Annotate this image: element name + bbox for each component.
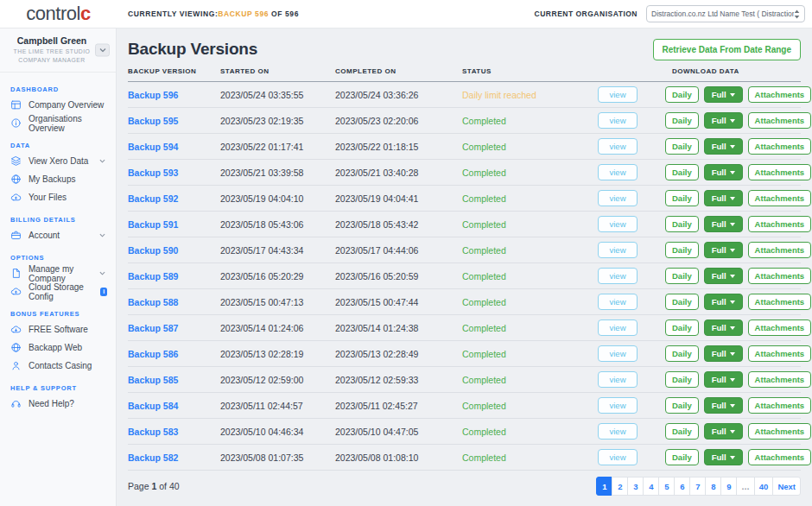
download-daily-button[interactable]: Daily	[665, 268, 699, 284]
pagination-page-5[interactable]: 5	[658, 477, 675, 496]
view-button[interactable]: view	[598, 268, 637, 284]
download-daily-button[interactable]: Daily	[665, 138, 699, 155]
download-attachments-button[interactable]: Attachments	[748, 164, 812, 180]
backup-version-link[interactable]: Backup 592	[128, 193, 220, 204]
download-full-dropdown[interactable]: Full	[704, 345, 743, 362]
organisation-select[interactable]: Distraction.co.nz Ltd Name Test ( Distra…	[646, 5, 805, 22]
download-full-dropdown[interactable]: Full	[704, 268, 743, 284]
download-daily-button[interactable]: Daily	[665, 86, 699, 103]
backup-version-link[interactable]: Backup 595	[128, 116, 220, 126]
download-attachments-button[interactable]: Attachments	[748, 190, 812, 206]
pagination-page-6[interactable]: 6	[674, 477, 690, 496]
download-daily-button[interactable]: Daily	[665, 190, 699, 206]
download-full-dropdown[interactable]: Full	[704, 138, 743, 155]
backup-version-link[interactable]: Backup 594	[128, 142, 220, 152]
sidebar-item-backapp-web[interactable]: Backapp Web	[10, 338, 107, 357]
download-full-dropdown[interactable]: Full	[704, 190, 743, 206]
backup-version-link[interactable]: Backup 596	[128, 90, 220, 100]
pagination-page-8[interactable]: 8	[705, 477, 721, 496]
download-attachments-button[interactable]: Attachments	[748, 423, 812, 440]
view-button[interactable]: view	[598, 138, 637, 155]
download-full-dropdown[interactable]: Full	[704, 216, 743, 232]
download-full-dropdown[interactable]: Full	[704, 449, 743, 465]
view-button[interactable]: view	[598, 216, 637, 232]
download-attachments-button[interactable]: Attachments	[748, 242, 812, 258]
view-button[interactable]: view	[598, 190, 637, 206]
view-button[interactable]: view	[598, 242, 637, 258]
download-full-dropdown[interactable]: Full	[704, 319, 743, 336]
download-daily-button[interactable]: Daily	[665, 164, 699, 180]
pagination-page-2[interactable]: 2	[612, 477, 628, 496]
download-daily-button[interactable]: Daily	[665, 112, 699, 129]
download-attachments-button[interactable]: Attachments	[748, 319, 812, 336]
download-attachments-button[interactable]: Attachments	[748, 112, 812, 129]
view-button[interactable]: view	[598, 86, 637, 103]
download-full-dropdown[interactable]: Full	[704, 371, 743, 388]
download-daily-button[interactable]: Daily	[665, 319, 699, 336]
pagination-next[interactable]: Next	[772, 477, 801, 496]
backup-version-link[interactable]: Backup 585	[128, 375, 220, 385]
view-button[interactable]: view	[598, 319, 637, 336]
download-attachments-button[interactable]: Attachments	[748, 86, 812, 103]
sidebar-item-view-xero-data[interactable]: View Xero Data	[10, 152, 107, 170]
view-button[interactable]: view	[598, 294, 637, 310]
backup-version-link[interactable]: Backup 590	[128, 245, 220, 256]
sidebar-item-my-backups[interactable]: My Backups	[10, 170, 107, 188]
download-attachments-button[interactable]: Attachments	[748, 294, 812, 310]
backup-version-link[interactable]: Backup 584	[128, 401, 220, 411]
download-daily-button[interactable]: Daily	[665, 345, 699, 362]
sidebar-item-manage-my-company[interactable]: Manage my Company	[10, 264, 107, 282]
download-attachments-button[interactable]: Attachments	[748, 216, 812, 232]
pagination-page-9[interactable]: 9	[720, 477, 737, 496]
backup-version-link[interactable]: Backup 586	[128, 349, 220, 359]
download-daily-button[interactable]: Daily	[665, 216, 699, 232]
sidebar-item-cloud-storage-config[interactable]: Cloud Storage Configi	[10, 282, 107, 300]
sidebar-item-account[interactable]: Account	[10, 226, 107, 244]
download-daily-button[interactable]: Daily	[665, 423, 699, 440]
sidebar-item-contacts-casing[interactable]: Contacts Casing	[10, 357, 107, 375]
view-button[interactable]: view	[598, 371, 637, 388]
backup-version-link[interactable]: Backup 593	[128, 168, 220, 178]
backup-version-link[interactable]: Backup 587	[128, 323, 220, 333]
download-full-dropdown[interactable]: Full	[704, 294, 743, 310]
sidebar-item-organisations-overview[interactable]: Organisations Overview	[10, 114, 107, 132]
download-daily-button[interactable]: Daily	[665, 397, 699, 414]
download-daily-button[interactable]: Daily	[665, 449, 699, 465]
pagination-page-7[interactable]: 7	[689, 477, 706, 496]
download-attachments-button[interactable]: Attachments	[748, 449, 812, 465]
view-button[interactable]: view	[598, 423, 637, 440]
download-full-dropdown[interactable]: Full	[704, 86, 743, 103]
pagination-page-3[interactable]: 3	[627, 477, 644, 496]
pagination-page-4[interactable]: 4	[643, 477, 659, 496]
download-daily-button[interactable]: Daily	[665, 371, 699, 388]
sidebar-item-need-help[interactable]: Need Help?	[10, 395, 107, 413]
backup-version-link[interactable]: Backup 589	[128, 271, 220, 281]
download-full-dropdown[interactable]: Full	[704, 164, 743, 180]
download-attachments-button[interactable]: Attachments	[748, 345, 812, 362]
backup-version-link[interactable]: Backup 582	[128, 452, 220, 463]
view-button[interactable]: view	[598, 397, 637, 414]
pagination-page-40[interactable]: 40	[754, 477, 774, 496]
download-full-dropdown[interactable]: Full	[704, 112, 743, 129]
download-full-dropdown[interactable]: Full	[704, 397, 743, 414]
view-button[interactable]: view	[598, 164, 637, 180]
backup-version-link[interactable]: Backup 583	[128, 427, 220, 437]
download-attachments-button[interactable]: Attachments	[748, 268, 812, 284]
pagination-page-1[interactable]: 1	[596, 477, 612, 496]
view-button[interactable]: view	[598, 112, 637, 129]
download-daily-button[interactable]: Daily	[665, 294, 699, 310]
sidebar-item-company-overview[interactable]: Company Overview	[10, 96, 107, 114]
sidebar-item-your-files[interactable]: Your Files	[10, 188, 107, 206]
backup-version-link[interactable]: Backup 591	[128, 219, 220, 230]
sidebar-item-free-software[interactable]: FREE Software	[10, 320, 107, 338]
view-button[interactable]: view	[598, 345, 637, 362]
download-daily-button[interactable]: Daily	[665, 242, 699, 258]
retrieve-date-range-button[interactable]: Retrieve Data From Date Range	[653, 39, 802, 60]
download-full-dropdown[interactable]: Full	[704, 242, 743, 258]
download-full-dropdown[interactable]: Full	[704, 423, 743, 440]
user-menu-toggle[interactable]	[95, 44, 110, 57]
backup-version-link[interactable]: Backup 588	[128, 297, 220, 307]
download-attachments-button[interactable]: Attachments	[748, 397, 812, 414]
download-attachments-button[interactable]: Attachments	[748, 138, 812, 155]
download-attachments-button[interactable]: Attachments	[748, 371, 812, 388]
